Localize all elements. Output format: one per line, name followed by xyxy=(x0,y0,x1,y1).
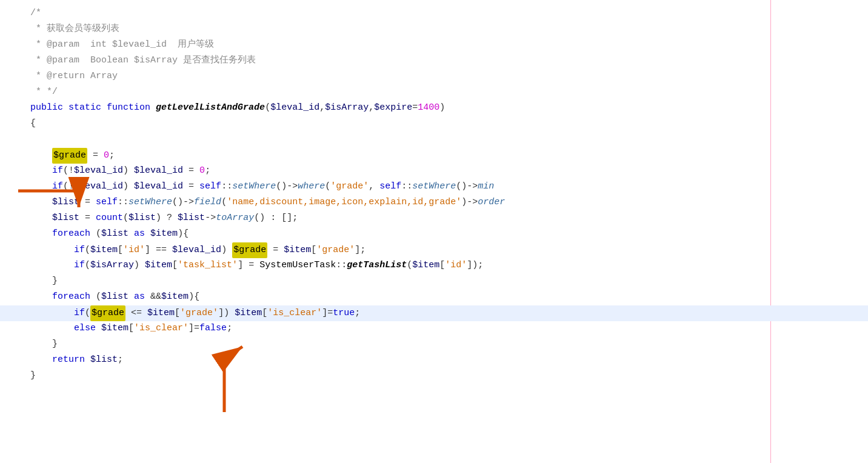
code-line: } xyxy=(0,337,868,353)
code-token: ) xyxy=(123,179,134,194)
code-token: /* xyxy=(30,6,41,21)
code-token: self xyxy=(379,179,401,194)
code-token: [ xyxy=(129,321,134,336)
code-line: * @param int $levael_id 用户等级 xyxy=(0,38,868,53)
code-token: ()-> xyxy=(172,195,194,210)
code-token: * @param int $levael_id 用户等级 xyxy=(30,38,214,52)
code-token: } xyxy=(30,337,58,351)
code-token xyxy=(30,148,52,163)
code-token: getLevelListAndGrade xyxy=(156,101,265,115)
code-line: * @return Array xyxy=(0,69,868,85)
code-token: 'is_clear' xyxy=(267,306,322,321)
code-token: $item xyxy=(235,306,262,321)
code-token xyxy=(30,227,52,241)
code-line xyxy=(0,132,868,148)
code-token: [ xyxy=(311,243,316,258)
code-token: * @return Array xyxy=(30,69,118,84)
code-token: $list xyxy=(90,353,118,367)
code-token: ) xyxy=(439,101,445,115)
code-token: -> xyxy=(205,211,216,225)
code-token xyxy=(63,101,68,115)
code-token: ] == xyxy=(145,243,172,258)
code-token: false xyxy=(199,321,227,336)
code-token xyxy=(30,164,52,178)
code-token: } xyxy=(30,274,58,288)
code-token: ]= xyxy=(322,306,333,321)
code-token: $list xyxy=(101,290,129,304)
code-token: $item xyxy=(90,243,118,258)
code-token: function xyxy=(107,101,150,115)
code-token: )-> xyxy=(461,195,478,210)
code-token xyxy=(150,101,156,115)
code-token: count xyxy=(96,211,123,225)
code-token: $list xyxy=(101,227,129,241)
code-token: [ xyxy=(175,306,180,321)
code-token: <= xyxy=(125,306,147,321)
code-line: if (! $leval_id ) $leval_id = 0 ; xyxy=(0,164,868,179)
code-token: self xyxy=(96,195,118,210)
code-token: $leval_id xyxy=(134,164,183,178)
code-token: ( xyxy=(407,258,412,273)
code-token: $isArray xyxy=(325,101,369,115)
code-line: if ( $isArray ) $item [ 'task_list' ] = … xyxy=(0,258,868,274)
code-token: , xyxy=(369,179,379,194)
code-token: = xyxy=(183,179,199,194)
code-line: foreach ( $list as && $item ){ xyxy=(0,290,868,305)
code-token xyxy=(30,258,74,273)
code-token: ]; xyxy=(355,243,366,258)
code-line: if ( $item [ 'id' ] == $leval_id ) $grad… xyxy=(0,242,868,258)
code-line: public static function getLevelListAndGr… xyxy=(0,101,868,116)
code-token: $leval_id xyxy=(270,101,319,115)
code-token: ; xyxy=(205,164,210,178)
code-line: foreach ( $list as $item ){ xyxy=(0,227,868,242)
code-token xyxy=(101,101,107,115)
code-token xyxy=(85,353,90,367)
code-token: ]= xyxy=(189,321,199,336)
code-token: , xyxy=(369,101,374,115)
code-line: * */ xyxy=(0,85,868,101)
code-token: 'id' xyxy=(123,243,145,258)
code-token: :: xyxy=(221,179,232,194)
code-token: public xyxy=(30,101,63,115)
code-token: setWhere xyxy=(129,195,172,210)
code-token: $item xyxy=(412,258,439,273)
code-token: 'grade' xyxy=(316,243,355,258)
code-token xyxy=(30,353,52,367)
code-token: [ xyxy=(118,243,123,258)
code-token: , xyxy=(319,101,325,115)
code-token: [ xyxy=(439,258,445,273)
code-token: :: xyxy=(336,258,347,273)
code-line: else $item [ 'is_clear' ]= false ; xyxy=(0,321,868,337)
code-token: = xyxy=(183,164,199,178)
code-token: 0 xyxy=(199,164,205,178)
code-token: ) xyxy=(221,243,232,258)
code-token: $item xyxy=(150,227,178,241)
code-token: { xyxy=(30,116,36,131)
code-token: () : []; xyxy=(254,211,298,225)
code-token: * @param Boolean $isArray 是否查找任务列表 xyxy=(30,53,256,68)
code-token: ( xyxy=(85,243,90,258)
code-token: SystemUserTask xyxy=(259,258,336,273)
code-token: * */ xyxy=(30,85,58,99)
code-token: $leval_id xyxy=(134,179,183,194)
code-token: toArray xyxy=(216,211,254,225)
code-token: ( xyxy=(325,179,330,194)
code-token: ( xyxy=(85,306,90,321)
code-token xyxy=(30,243,74,258)
code-token: as xyxy=(134,227,145,241)
code-token: 'name,discount,image,icon,explain,id,gra… xyxy=(227,195,461,210)
code-token: ) xyxy=(134,258,145,273)
code-token: $expire xyxy=(374,101,412,115)
code-token: if xyxy=(52,179,63,194)
code-token xyxy=(30,211,52,225)
code-token: min xyxy=(478,179,494,194)
code-token: 'grade' xyxy=(330,179,369,194)
code-token: = xyxy=(412,101,418,115)
code-token: ( xyxy=(221,195,227,210)
code-token: else xyxy=(74,321,96,336)
code-token xyxy=(30,306,74,321)
code-token: if xyxy=(74,243,85,258)
code-token: = xyxy=(267,243,284,258)
code-token: if xyxy=(74,306,85,321)
code-token: true xyxy=(333,306,355,321)
